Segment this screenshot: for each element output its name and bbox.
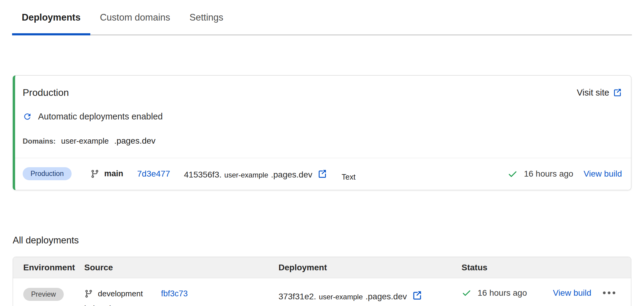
deployment-note: Text: [342, 173, 356, 181]
production-card-title: Production: [23, 87, 69, 98]
external-link-icon[interactable]: [412, 291, 422, 301]
commit-message: index change: [84, 304, 279, 306]
column-header-status: Status: [462, 263, 631, 272]
view-build-link[interactable]: View build: [584, 169, 622, 179]
refresh-icon: [23, 112, 32, 121]
git-branch-icon: [90, 169, 99, 178]
column-header-deployment: Deployment: [279, 263, 462, 272]
tab-bar: Deployments Custom domains Settings: [12, 0, 632, 35]
check-icon: [462, 288, 472, 298]
production-deployment-row: Production main 7d3e477 415356f3. user-e…: [15, 158, 631, 190]
deployment-url-prefix: 373f31e2.: [279, 292, 316, 301]
check-icon: [507, 169, 518, 179]
commit-link[interactable]: 7d3e477: [137, 169, 170, 179]
table-row: Preview development fbf3c73 index change…: [13, 278, 631, 306]
auto-deploy-text: Automatic deployments enabled: [38, 112, 163, 122]
deployment-url: 415356f3. user-example .pages.dev: [184, 168, 327, 180]
domain-name: user-example: [61, 136, 109, 146]
column-header-environment: Environment: [23, 263, 84, 272]
domains-label: Domains:: [23, 137, 56, 145]
deployment-url: 373f31e2. user-example .pages.dev: [279, 289, 462, 301]
deployment-url-prefix: 415356f3.: [184, 170, 222, 180]
external-link-icon[interactable]: [317, 169, 327, 179]
production-card-info: Production Visit site Automatic deployme…: [15, 76, 631, 158]
tab-custom-domains[interactable]: Custom domains: [90, 4, 180, 35]
environment-badge: Preview: [23, 288, 64, 301]
production-card: Production Visit site Automatic deployme…: [13, 75, 631, 190]
ellipsis-icon[interactable]: [602, 288, 617, 297]
deployment-url-suffix: .pages.dev: [365, 292, 407, 301]
git-branch-icon: [84, 289, 93, 298]
deployments-table: Environment Source Deployment Status Pre…: [13, 257, 631, 306]
environment-badge: Production: [23, 167, 72, 180]
tab-deployments[interactable]: Deployments: [12, 4, 90, 35]
deployment-url-name: user-example: [319, 293, 363, 301]
deployment-url-name: user-example: [224, 171, 268, 179]
deployment-time: 16 hours ago: [478, 288, 527, 298]
all-deployments-title: All deployments: [13, 235, 644, 246]
branch-name: main: [104, 169, 123, 178]
domain-suffix: .pages.dev: [114, 136, 156, 146]
view-build-link[interactable]: View build: [553, 288, 591, 298]
branch-name: development: [98, 289, 143, 298]
external-link-icon: [613, 88, 622, 97]
column-header-source: Source: [84, 263, 279, 272]
deployment-time: 16 hours ago: [524, 169, 573, 179]
deployment-url-suffix: .pages.dev: [271, 170, 312, 180]
visit-site-label: Visit site: [577, 88, 609, 98]
tab-settings[interactable]: Settings: [180, 4, 233, 35]
visit-site-link[interactable]: Visit site: [577, 88, 622, 98]
commit-link[interactable]: fbf3c73: [161, 289, 188, 298]
table-header-row: Environment Source Deployment Status: [13, 257, 631, 278]
